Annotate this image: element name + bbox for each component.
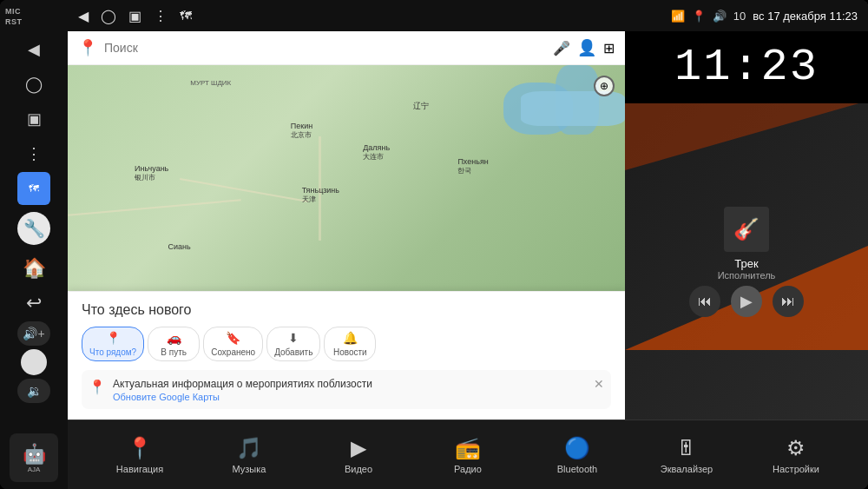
home-icon-button[interactable]: 🏠: [17, 252, 50, 285]
clock-time: 11:23: [639, 42, 854, 93]
recent-apps-button[interactable]: ▣: [17, 102, 50, 135]
map-target-icon[interactable]: ⊕: [594, 76, 615, 96]
saved-label: Сохранено: [211, 347, 255, 357]
nav-item-video[interactable]: ▶ Видео: [328, 436, 389, 474]
tab-route[interactable]: 🚗 В путь: [148, 327, 200, 361]
maps-search-bar: 📍 🎤 👤 ⊞: [68, 31, 625, 65]
radio-label: Радио: [454, 464, 482, 474]
home-button[interactable]: ◯: [17, 68, 50, 101]
menu-button[interactable]: ⋮: [17, 137, 50, 170]
news-map-icon: 📍: [89, 379, 106, 395]
city-dalian: Далянь大连市: [363, 143, 390, 162]
maps-shortcut-button[interactable]: 🗺: [17, 172, 50, 205]
tab-nearby[interactable]: 📍 Что рядом?: [82, 327, 144, 361]
bay-area: [521, 91, 625, 126]
city-pyongyang: Пхеньян한국: [457, 157, 488, 175]
news-item: 📍 Актуальная информация о мероприятиях п…: [82, 370, 611, 409]
saved-icon: 🔖: [226, 331, 240, 345]
bluetooth-icon: 🔵: [564, 436, 590, 460]
back-button[interactable]: ◀: [17, 33, 50, 66]
nav-recent-icon[interactable]: ▣: [128, 8, 141, 24]
bluetooth-label: Bluetooth: [557, 464, 597, 474]
video-label: Видео: [345, 464, 372, 474]
news-subtitle[interactable]: Обновите Google Карты: [113, 392, 604, 402]
bottom-nav: 📍 Навигация 🎵 Музыка ▶ Видео 📻 Радио 🔵 B…: [68, 420, 868, 489]
status-bar-right: 📶 📍 🔊 10 вс 17 декабря 11:23: [671, 10, 858, 23]
nav-home-icon[interactable]: ◯: [101, 8, 116, 24]
news-text: Актуальная информация о мероприятиях поб…: [113, 377, 604, 402]
album-art: 🎸: [724, 207, 769, 252]
maps-card: 📍 🎤 👤 ⊞: [68, 31, 625, 420]
maps-pin-icon: 📍: [78, 38, 97, 57]
media-controls: ⏮ ▶ ⏭: [689, 286, 804, 317]
settings-wrench-button[interactable]: 🔧: [17, 212, 50, 245]
music-icon: 🎵: [236, 436, 262, 460]
whats-new-panel: Что здесь нового 📍 Что рядом? 🚗 В путь: [68, 291, 625, 420]
rst-label: RST: [5, 17, 23, 26]
artist-name: Исполнитель: [718, 270, 776, 281]
news-close-button[interactable]: ✕: [594, 377, 604, 391]
status-bar: ◀ ◯ ▣ ⋮ 🗺 📶 📍 🔊 10 вс 17 декабря 11:23: [68, 0, 868, 31]
nav-back-icon[interactable]: ◀: [78, 8, 89, 24]
location-icon: 📍: [692, 10, 706, 23]
add-label: Добавить: [274, 347, 312, 357]
prev-track-button[interactable]: ⏮: [689, 286, 720, 317]
tab-news[interactable]: 🔔 Новости: [324, 327, 376, 361]
city-beijing: Пекин北京市: [291, 122, 312, 140]
navigation-label: Навигация: [116, 464, 163, 474]
tab-saved[interactable]: 🔖 Сохранено: [203, 327, 263, 361]
news-tab-label: Новости: [333, 347, 367, 357]
maps-mic-icon[interactable]: 🎤: [553, 40, 570, 56]
settings-label: Настройки: [773, 464, 819, 474]
volume-down-button[interactable]: 🔉: [17, 379, 50, 403]
maps-account-icon[interactable]: 👤: [577, 38, 596, 57]
city-liaoning: 辽宁: [413, 101, 429, 112]
volume-up-button[interactable]: 🔊+: [17, 321, 50, 346]
nearby-label: Что рядом?: [89, 347, 136, 357]
maps-grid-icon[interactable]: ⊞: [603, 40, 615, 56]
nav-item-music[interactable]: 🎵 Музыка: [219, 436, 279, 474]
back-icon-button[interactable]: ↩: [17, 287, 50, 320]
city-murt: МУРТ ШДИК: [190, 79, 231, 87]
nav-maps-icon[interactable]: 🗺: [180, 9, 192, 23]
volume-status-icon: 🔊: [713, 10, 727, 23]
volume-knob[interactable]: [21, 349, 47, 375]
nav-item-equalizer[interactable]: 🎚 Эквалайзер: [656, 436, 717, 474]
city-yinchuan: Иньчуань银川市: [135, 164, 168, 182]
nav-item-bluetooth[interactable]: 🔵 Bluetooth: [547, 436, 608, 474]
volume-group: 🔊+ 🔉: [17, 321, 50, 403]
nav-item-radio[interactable]: 📻 Радио: [437, 436, 498, 474]
next-track-button[interactable]: ⏭: [773, 286, 804, 317]
top-labels: MIC RST: [0, 7, 68, 26]
equalizer-icon: 🎚: [676, 436, 697, 460]
mic-label: MIC: [5, 7, 21, 16]
content-area: 📍 🎤 👤 ⊞: [68, 31, 868, 420]
add-icon: ⬇: [288, 331, 299, 345]
quick-tabs: 📍 Что рядом? 🚗 В путь 🔖 Сохранено: [82, 327, 611, 361]
equalizer-label: Эквалайзер: [661, 464, 713, 474]
music-note-icon: 🎸: [733, 217, 760, 241]
music-label: Музыка: [233, 464, 266, 474]
track-name: Трек: [718, 257, 776, 270]
maps-panel: 📍 🎤 👤 ⊞: [68, 31, 625, 420]
datetime-display: вс 17 декабря 11:23: [753, 10, 858, 23]
android-button[interactable]: 🤖 AJA: [10, 433, 58, 482]
navigation-icon: 📍: [127, 436, 153, 460]
news-tab-icon: 🔔: [343, 331, 358, 345]
nav-item-settings[interactable]: ⚙ Настройки: [766, 436, 826, 474]
device-frame: MIC RST ◀ ◯ ▣ ⋮ 🗺 🔧 🏠 ↩ 🔊+ 🔉 🤖 AJA ◀ ◯: [0, 0, 868, 489]
whats-new-title: Что здесь нового: [82, 302, 611, 318]
nav-dots-icon[interactable]: ⋮: [154, 8, 168, 24]
tab-add[interactable]: ⬇ Добавить: [266, 327, 320, 361]
settings-icon: ⚙: [786, 436, 806, 460]
wifi-icon: 📶: [671, 10, 685, 23]
road-1: [68, 199, 240, 215]
city-xian: Сиань: [168, 242, 191, 251]
maps-search-input[interactable]: [104, 41, 546, 55]
play-pause-button[interactable]: ▶: [731, 286, 762, 317]
main-screen: ◀ ◯ ▣ ⋮ 🗺 📶 📍 🔊 10 вс 17 декабря 11:23: [68, 0, 868, 489]
nav-icons: ◀ ◯ ▣ ⋮ 🗺: [78, 8, 192, 24]
radio-icon: 📻: [455, 436, 481, 460]
news-title: Актуальная информация о мероприятиях поб…: [113, 377, 604, 392]
nav-item-navigation[interactable]: 📍 Навигация: [109, 436, 170, 474]
